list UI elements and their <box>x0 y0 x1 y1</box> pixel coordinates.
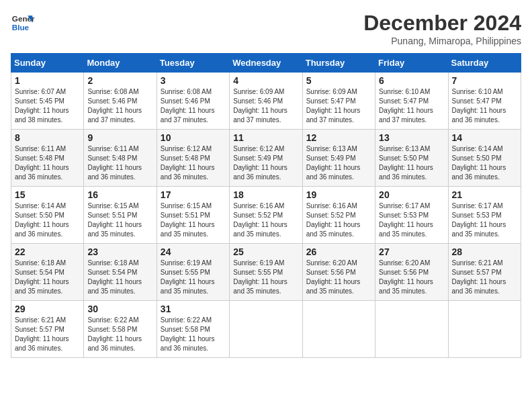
day-info: Sunrise: 6:21 AM Sunset: 5:57 PM Dayligh… <box>452 259 517 296</box>
calendar-cell: 24Sunrise: 6:19 AM Sunset: 5:55 PM Dayli… <box>157 244 229 301</box>
day-number: 28 <box>452 246 517 257</box>
day-info: Sunrise: 6:12 AM Sunset: 5:48 PM Dayligh… <box>161 144 226 182</box>
calendar-cell: 9Sunrise: 6:11 AM Sunset: 5:48 PM Daylig… <box>84 130 157 187</box>
day-number: 24 <box>161 246 226 257</box>
day-info: Sunrise: 6:13 AM Sunset: 5:49 PM Dayligh… <box>306 144 371 182</box>
day-number: 1 <box>15 75 80 86</box>
calendar-cell: 6Sunrise: 6:10 AM Sunset: 5:47 PM Daylig… <box>375 73 448 130</box>
day-number: 20 <box>379 189 444 200</box>
calendar-cell: 31Sunrise: 6:22 AM Sunset: 5:58 PM Dayli… <box>157 301 229 358</box>
day-number: 8 <box>15 132 80 143</box>
page-header: General Blue December 2024 Punang, Mimar… <box>11 11 521 46</box>
calendar-cell: 18Sunrise: 6:16 AM Sunset: 5:52 PM Dayli… <box>230 187 302 244</box>
day-number: 29 <box>15 304 80 314</box>
day-info: Sunrise: 6:11 AM Sunset: 5:48 PM Dayligh… <box>87 144 152 182</box>
page-title: December 2024 <box>363 11 521 36</box>
day-info: Sunrise: 6:15 AM Sunset: 5:51 PM Dayligh… <box>161 201 226 239</box>
calendar-cell: 12Sunrise: 6:13 AM Sunset: 5:49 PM Dayli… <box>302 130 375 187</box>
calendar-cell: 8Sunrise: 6:11 AM Sunset: 5:48 PM Daylig… <box>11 130 84 187</box>
calendar-week-row: 15Sunrise: 6:14 AM Sunset: 5:50 PM Dayli… <box>11 187 521 244</box>
svg-text:Blue: Blue <box>12 23 30 32</box>
calendar-header-cell: Monday <box>84 54 157 73</box>
calendar-cell: 14Sunrise: 6:14 AM Sunset: 5:50 PM Dayli… <box>448 130 521 187</box>
day-info: Sunrise: 6:11 AM Sunset: 5:48 PM Dayligh… <box>15 144 80 182</box>
day-number: 17 <box>161 189 226 200</box>
calendar-cell: 22Sunrise: 6:18 AM Sunset: 5:54 PM Dayli… <box>11 244 84 301</box>
day-info: Sunrise: 6:18 AM Sunset: 5:54 PM Dayligh… <box>15 259 80 296</box>
calendar-cell: 20Sunrise: 6:17 AM Sunset: 5:53 PM Dayli… <box>375 187 448 244</box>
day-info: Sunrise: 6:09 AM Sunset: 5:47 PM Dayligh… <box>306 87 371 125</box>
calendar-cell: 23Sunrise: 6:18 AM Sunset: 5:54 PM Dayli… <box>84 244 157 301</box>
day-number: 30 <box>87 304 152 314</box>
day-info: Sunrise: 6:17 AM Sunset: 5:53 PM Dayligh… <box>452 201 517 239</box>
calendar-cell: 10Sunrise: 6:12 AM Sunset: 5:48 PM Dayli… <box>157 130 229 187</box>
day-number: 10 <box>161 132 226 143</box>
calendar-cell: 11Sunrise: 6:12 AM Sunset: 5:49 PM Dayli… <box>230 130 302 187</box>
day-number: 22 <box>15 246 80 257</box>
day-number: 25 <box>233 246 298 257</box>
calendar-cell: 1Sunrise: 6:07 AM Sunset: 5:45 PM Daylig… <box>11 73 84 130</box>
calendar-cell: 7Sunrise: 6:10 AM Sunset: 5:47 PM Daylig… <box>448 73 521 130</box>
day-info: Sunrise: 6:18 AM Sunset: 5:54 PM Dayligh… <box>87 259 152 296</box>
day-number: 7 <box>452 75 517 86</box>
day-number: 6 <box>379 75 444 86</box>
day-number: 3 <box>161 75 226 86</box>
day-number: 13 <box>379 132 444 143</box>
page-subtitle: Punang, Mimaropa, Philippines <box>363 36 521 46</box>
day-info: Sunrise: 6:14 AM Sunset: 5:50 PM Dayligh… <box>15 201 80 239</box>
day-info: Sunrise: 6:07 AM Sunset: 5:45 PM Dayligh… <box>15 87 80 125</box>
calendar-header-cell: Sunday <box>11 54 84 73</box>
calendar-cell: 3Sunrise: 6:08 AM Sunset: 5:46 PM Daylig… <box>157 73 229 130</box>
calendar-cell <box>448 301 521 358</box>
calendar-cell: 13Sunrise: 6:13 AM Sunset: 5:50 PM Dayli… <box>375 130 448 187</box>
calendar-header-cell: Tuesday <box>157 54 229 73</box>
calendar-cell: 19Sunrise: 6:16 AM Sunset: 5:52 PM Dayli… <box>302 187 375 244</box>
calendar-cell <box>375 301 448 358</box>
day-info: Sunrise: 6:22 AM Sunset: 5:58 PM Dayligh… <box>87 316 152 353</box>
calendar-header-cell: Wednesday <box>230 54 302 73</box>
calendar-cell: 30Sunrise: 6:22 AM Sunset: 5:58 PM Dayli… <box>84 301 157 358</box>
calendar-cell: 27Sunrise: 6:20 AM Sunset: 5:56 PM Dayli… <box>375 244 448 301</box>
day-number: 31 <box>161 304 226 314</box>
day-number: 11 <box>233 132 298 143</box>
day-info: Sunrise: 6:08 AM Sunset: 5:46 PM Dayligh… <box>161 87 226 125</box>
day-info: Sunrise: 6:22 AM Sunset: 5:58 PM Dayligh… <box>161 316 226 353</box>
calendar-header-row: SundayMondayTuesdayWednesdayThursdayFrid… <box>11 54 521 73</box>
calendar-cell <box>230 301 302 358</box>
calendar-cell: 5Sunrise: 6:09 AM Sunset: 5:47 PM Daylig… <box>302 73 375 130</box>
day-number: 4 <box>233 75 298 86</box>
calendar-week-row: 8Sunrise: 6:11 AM Sunset: 5:48 PM Daylig… <box>11 130 521 187</box>
calendar-week-row: 22Sunrise: 6:18 AM Sunset: 5:54 PM Dayli… <box>11 244 521 301</box>
day-number: 16 <box>87 189 152 200</box>
calendar-cell: 25Sunrise: 6:19 AM Sunset: 5:55 PM Dayli… <box>230 244 302 301</box>
title-block: December 2024 Punang, Mimaropa, Philippi… <box>363 11 521 46</box>
day-info: Sunrise: 6:15 AM Sunset: 5:51 PM Dayligh… <box>87 201 152 239</box>
day-info: Sunrise: 6:14 AM Sunset: 5:50 PM Dayligh… <box>452 144 517 182</box>
day-info: Sunrise: 6:20 AM Sunset: 5:56 PM Dayligh… <box>306 259 371 296</box>
calendar-cell: 28Sunrise: 6:21 AM Sunset: 5:57 PM Dayli… <box>448 244 521 301</box>
day-number: 2 <box>87 75 152 86</box>
day-number: 9 <box>87 132 152 143</box>
day-info: Sunrise: 6:08 AM Sunset: 5:46 PM Dayligh… <box>87 87 152 125</box>
calendar-cell: 16Sunrise: 6:15 AM Sunset: 5:51 PM Dayli… <box>84 187 157 244</box>
day-info: Sunrise: 6:12 AM Sunset: 5:49 PM Dayligh… <box>233 144 298 182</box>
calendar-cell: 2Sunrise: 6:08 AM Sunset: 5:46 PM Daylig… <box>84 73 157 130</box>
calendar-header-cell: Friday <box>375 54 448 73</box>
day-info: Sunrise: 6:16 AM Sunset: 5:52 PM Dayligh… <box>233 201 298 239</box>
calendar-header-cell: Saturday <box>448 54 521 73</box>
calendar-table: SundayMondayTuesdayWednesdayThursdayFrid… <box>11 53 521 358</box>
day-number: 27 <box>379 246 444 257</box>
day-info: Sunrise: 6:16 AM Sunset: 5:52 PM Dayligh… <box>306 201 371 239</box>
calendar-cell: 15Sunrise: 6:14 AM Sunset: 5:50 PM Dayli… <box>11 187 84 244</box>
calendar-cell: 4Sunrise: 6:09 AM Sunset: 5:46 PM Daylig… <box>230 73 302 130</box>
calendar-header-cell: Thursday <box>302 54 375 73</box>
day-info: Sunrise: 6:20 AM Sunset: 5:56 PM Dayligh… <box>379 259 444 296</box>
calendar-cell: 17Sunrise: 6:15 AM Sunset: 5:51 PM Dayli… <box>157 187 229 244</box>
calendar-cell: 29Sunrise: 6:21 AM Sunset: 5:57 PM Dayli… <box>11 301 84 358</box>
day-info: Sunrise: 6:21 AM Sunset: 5:57 PM Dayligh… <box>15 316 80 353</box>
day-number: 26 <box>306 246 371 257</box>
day-info: Sunrise: 6:17 AM Sunset: 5:53 PM Dayligh… <box>379 201 444 239</box>
day-info: Sunrise: 6:19 AM Sunset: 5:55 PM Dayligh… <box>233 259 298 296</box>
day-number: 14 <box>452 132 517 143</box>
day-info: Sunrise: 6:10 AM Sunset: 5:47 PM Dayligh… <box>452 87 517 125</box>
